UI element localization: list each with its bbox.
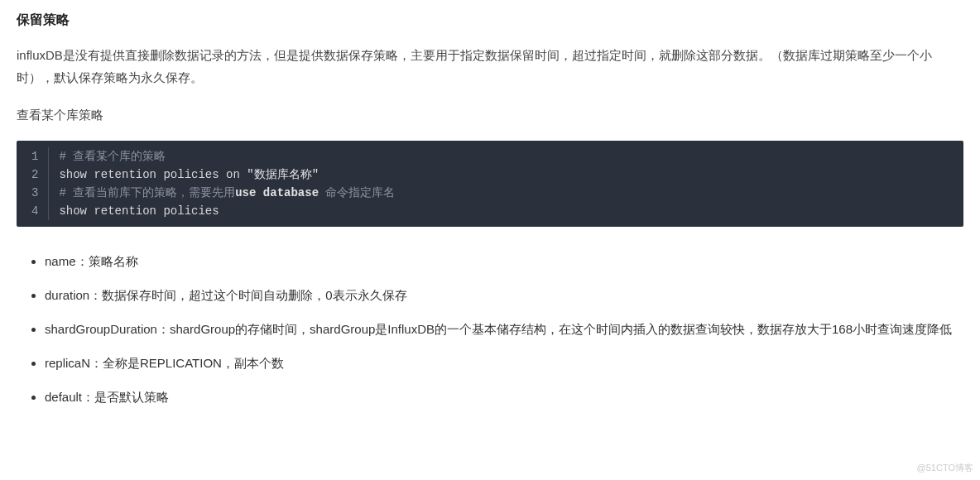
field-list: name：策略名称duration：数据保存时间，超过这个时间自动删除，0表示永…: [17, 250, 963, 408]
list-item: shardGroupDuration：shardGroup的存储时间，shard…: [45, 318, 963, 340]
section-heading: 保留策略: [17, 8, 963, 32]
code-content[interactable]: # 查看某个库的策略show retention policies on "数据…: [49, 141, 963, 227]
code-token: # 查看当前库下的策略，需要先用: [59, 186, 235, 199]
code-line: show retention policies: [49, 202, 963, 220]
list-item: replicaN：全称是REPLICATION，副本个数: [45, 352, 963, 374]
code-token: use database: [235, 186, 325, 199]
line-number: 1: [17, 147, 49, 166]
line-number: 2: [17, 166, 49, 184]
code-block: 1234 # 查看某个库的策略show retention policies o…: [17, 141, 963, 227]
code-gutter: 1234: [17, 141, 49, 227]
line-number: 3: [17, 184, 49, 202]
code-token: 命令指定库名: [325, 186, 395, 199]
code-token: "数据库名称": [247, 168, 319, 181]
line-number: 4: [17, 202, 49, 220]
subsection-label: 查看某个库策略: [17, 103, 963, 126]
list-item: duration：数据保存时间，超过这个时间自动删除，0表示永久保存: [45, 284, 963, 306]
code-line: # 查看当前库下的策略，需要先用use database 命令指定库名: [49, 184, 963, 202]
code-token: show retention policies: [59, 204, 219, 218]
code-token: show retention policies on: [59, 168, 247, 181]
list-item: default：是否默认策略: [45, 386, 963, 408]
code-token: # 查看某个库的策略: [59, 150, 166, 163]
intro-paragraph: influxDB是没有提供直接删除数据记录的方法，但是提供数据保存策略，主要用于…: [17, 44, 963, 89]
code-line: show retention policies on "数据库名称": [49, 166, 963, 184]
list-item: name：策略名称: [45, 250, 963, 272]
code-line: # 查看某个库的策略: [49, 147, 963, 166]
